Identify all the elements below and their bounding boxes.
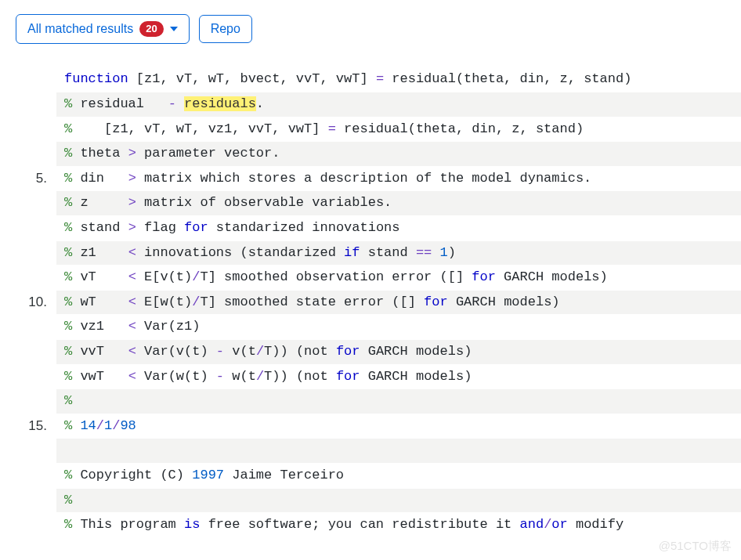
code-line[interactable]: % 14/1/98 <box>56 414 741 439</box>
code-token: vwT <box>72 369 128 384</box>
code-token: for <box>472 269 496 284</box>
code-token: < <box>128 319 136 334</box>
code-line[interactable]: % residual - residuals. <box>56 92 741 117</box>
code-token: % <box>64 96 72 111</box>
code-token: < <box>128 245 136 260</box>
code-token: T] smoothed state error ([] <box>200 294 424 309</box>
code-token: This program <box>72 517 184 532</box>
code-token: for <box>336 344 360 359</box>
code-token: % <box>64 195 72 210</box>
line-number: 10. <box>0 293 56 313</box>
code-line[interactable]: % theta > parameter vector. <box>56 142 741 166</box>
code-token: for <box>184 220 208 235</box>
code-token: 1 <box>104 418 112 433</box>
code-row: % <box>0 488 741 513</box>
code-token <box>176 96 184 111</box>
repo-button[interactable]: Repo <box>199 15 252 43</box>
code-line[interactable]: % din > matrix which stores a descriptio… <box>56 167 741 191</box>
code-token: % <box>64 121 72 136</box>
code-line[interactable]: % vz1 < Var(z1) <box>56 315 741 339</box>
code-line[interactable]: % <box>56 489 741 513</box>
code-line[interactable]: % stand > flag for standarized innovatio… <box>56 216 741 240</box>
code-token: or <box>551 517 567 532</box>
code-token: E[w(t) <box>136 294 192 309</box>
code-token: T)) (not <box>264 344 336 359</box>
code-row: 5.% din > matrix which stores a descript… <box>0 166 741 191</box>
code-line[interactable] <box>56 439 741 463</box>
code-token: % <box>64 344 72 359</box>
code-row: % vz1 < Var(z1) <box>0 315 741 340</box>
code-row: % This program is free software; you can… <box>0 513 741 538</box>
code-token: / <box>96 418 104 433</box>
code-row: % residual - residuals. <box>0 92 741 117</box>
code-token: % <box>64 468 72 482</box>
code-line[interactable]: % wT < E[w(t)/T] smoothed state error ([… <box>56 291 741 315</box>
code-token: - <box>216 344 224 359</box>
code-token: vz1 <box>72 319 128 334</box>
code-token: [z1, vT, wT, vz1, vvT, vwT] <box>72 121 327 136</box>
line-number: 5. <box>0 169 56 189</box>
code-token: and <box>520 517 544 532</box>
code-line[interactable]: % vwT < Var(w(t) - w(t/T)) (not for GARC… <box>56 365 741 389</box>
code-token: / <box>192 269 200 284</box>
code-token: % <box>64 146 72 161</box>
code-token: < <box>128 294 136 309</box>
code-token: % <box>64 393 72 408</box>
code-token: wT <box>72 294 128 309</box>
code-line[interactable]: % [z1, vT, wT, vz1, vvT, vwT] = residual… <box>56 117 741 142</box>
code-row: % theta > parameter vector. <box>0 142 741 167</box>
code-token: % <box>64 245 72 260</box>
code-line[interactable]: % Copyright (C) 1997 Jaime Terceiro <box>56 464 741 488</box>
chevron-down-icon <box>170 27 178 31</box>
code-token: 1 <box>440 245 448 260</box>
code-line[interactable]: % z1 < innovations (standarized if stand… <box>56 241 741 266</box>
code-row: % stand > flag for standarized innovatio… <box>0 216 741 241</box>
code-token: 1997 <box>192 468 224 482</box>
code-token: [z1, vT, wT, bvect, vvT, vwT] <box>128 71 376 86</box>
code-listing: function [z1, vT, wT, bvect, vvT, vwT] =… <box>0 58 741 550</box>
code-token: residual(theta, din, z, stand) <box>336 121 584 136</box>
code-line[interactable]: function [z1, vT, wT, bvect, vvT, vwT] =… <box>56 67 741 92</box>
code-row <box>0 439 741 464</box>
code-token: Var(w(t) <box>136 369 216 384</box>
code-token: / <box>256 344 264 359</box>
code-token: % <box>64 493 72 508</box>
code-token: E[v(t) <box>136 269 192 284</box>
code-line[interactable]: % <box>56 389 741 414</box>
code-token: GARCH models) <box>448 294 560 309</box>
code-token: T] smoothed observation error ([] <box>200 269 472 284</box>
code-token: for <box>336 369 360 384</box>
code-row: % [z1, vT, wT, vz1, vvT, vwT] = residual… <box>0 117 741 142</box>
code-token: w(t <box>224 369 256 384</box>
code-token: GARCH models) <box>496 269 608 284</box>
code-token: % <box>64 220 72 235</box>
code-token: = <box>376 71 384 86</box>
code-token: > <box>128 195 136 210</box>
code-line[interactable]: % z > matrix of observable variables. <box>56 191 741 215</box>
code-token: residual(theta, din, z, stand) <box>384 71 631 86</box>
code-line[interactable]: % This program is free software; you can… <box>56 513 741 537</box>
matched-count-badge: 20 <box>139 21 163 37</box>
code-token: flag <box>136 220 184 235</box>
code-row: % vwT < Var(w(t) - w(t/T)) (not for GARC… <box>0 364 741 389</box>
code-token: matrix which stores a description of the… <box>136 171 592 186</box>
code-token: stand <box>360 245 415 260</box>
code-token: / <box>256 369 264 384</box>
code-line[interactable]: % vT < E[v(t)/T] smoothed observation er… <box>56 266 741 290</box>
code-token: < <box>128 344 136 359</box>
code-token: z <box>72 195 128 210</box>
code-token: T)) (not <box>264 369 336 384</box>
code-row: % z > matrix of observable variables. <box>0 191 741 216</box>
code-token: % <box>64 319 72 334</box>
code-token: parameter vector. <box>136 146 280 161</box>
all-matched-results-dropdown[interactable]: All matched results 20 <box>16 14 190 44</box>
code-row: 10.% wT < E[w(t)/T] smoothed state error… <box>0 290 741 315</box>
line-number: 15. <box>0 417 56 436</box>
code-token: for <box>424 294 448 309</box>
code-token: matrix of observable variables. <box>136 195 392 210</box>
code-token: % <box>64 294 72 309</box>
code-token: ) <box>448 245 456 260</box>
code-token: residuals <box>184 96 256 111</box>
code-row: function [z1, vT, wT, bvect, vvT, vwT] =… <box>0 67 741 92</box>
code-line[interactable]: % vvT < Var(v(t) - v(t/T)) (not for GARC… <box>56 340 741 364</box>
